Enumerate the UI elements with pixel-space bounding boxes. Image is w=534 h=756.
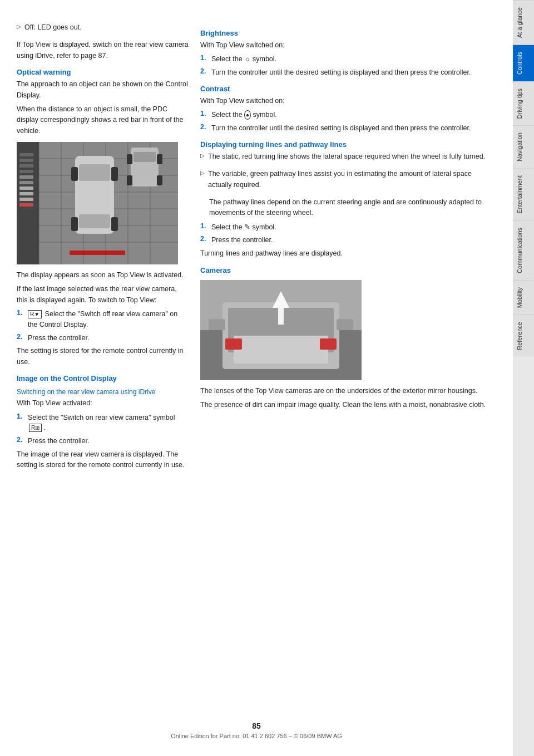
sidebar-tab-mobility[interactable]: Mobility bbox=[513, 280, 534, 315]
optical-para2: When the distance to an object is small,… bbox=[17, 104, 189, 136]
svg-rect-38 bbox=[70, 251, 125, 255]
off-led-text: Off: LED goes out. bbox=[24, 22, 82, 33]
svg-rect-24 bbox=[19, 203, 33, 207]
left-column: ▷ Off: LED goes out. If Top View is disp… bbox=[17, 22, 189, 723]
contrast-step2-num: 2. bbox=[200, 123, 208, 131]
step1-num: 1. bbox=[17, 309, 24, 317]
sidebar-tab-communications[interactable]: Communications bbox=[513, 220, 534, 280]
svg-rect-17 bbox=[19, 164, 33, 168]
switch-heading: Switching on the rear view camera using … bbox=[17, 388, 189, 396]
image-caption2: If the last image selected was the rear … bbox=[17, 284, 189, 306]
svg-rect-16 bbox=[19, 159, 33, 162]
switch-step1-num: 1. bbox=[17, 413, 24, 420]
svg-rect-35 bbox=[157, 154, 162, 164]
sidebar-tab-navigation[interactable]: Navigation bbox=[513, 125, 534, 168]
cameras-svg bbox=[200, 280, 362, 380]
svg-rect-28 bbox=[71, 167, 78, 181]
svg-rect-20 bbox=[19, 181, 33, 184]
brightness-intro: With Top View switched on: bbox=[200, 40, 496, 51]
top-view-switch-text: If Top View is displayed, switch on the … bbox=[17, 40, 189, 61]
step1-text: R▼ Select the "Switch off rear view came… bbox=[28, 309, 189, 330]
switch-step2-text: Press the controller. bbox=[28, 436, 89, 446]
sidebar-tab-at-a-glance[interactable]: At a glance bbox=[513, 0, 534, 45]
svg-rect-23 bbox=[19, 198, 33, 201]
sidebar-tab-driving-tips[interactable]: Driving tips bbox=[513, 81, 534, 125]
cameras-para1: The lenses of the Top View cameras are o… bbox=[200, 386, 496, 396]
sidebar-tab-controls[interactable]: Controls bbox=[513, 45, 534, 81]
turning-bullet1: ▷ The static, red turning line shows the… bbox=[200, 151, 496, 165]
bullet-off: ▷ Off: LED goes out. bbox=[17, 22, 189, 36]
turning-bullet2: ▷ The variable, green pathway lines assi… bbox=[200, 169, 496, 194]
cameras-para2: The presence of dirt can impair image qu… bbox=[200, 400, 496, 410]
turning-bullet2-text: The variable, green pathway lines assist… bbox=[208, 169, 496, 190]
optical-warning-heading: Optical warning bbox=[17, 68, 189, 76]
contrast-step1: 1. Select the ● symbol. bbox=[200, 110, 496, 120]
right-column: Brightness With Top View switched on: 1.… bbox=[200, 22, 496, 723]
page-number: 85 bbox=[0, 721, 513, 730]
svg-rect-21 bbox=[19, 186, 33, 190]
svg-rect-27 bbox=[79, 214, 110, 228]
brightness-step1-text: Select the ☼ symbol. bbox=[211, 54, 276, 65]
main-content: ▷ Off: LED goes out. If Top View is disp… bbox=[0, 0, 513, 756]
contrast-step2: 2. Turn the controller until the desired… bbox=[200, 123, 496, 134]
step2-text: Press the controller. bbox=[28, 333, 89, 343]
svg-rect-18 bbox=[19, 170, 33, 173]
brightness-step2-text: Turn the controller until the desired se… bbox=[211, 67, 471, 78]
svg-rect-46 bbox=[320, 338, 337, 350]
turning-step1-num: 1. bbox=[200, 222, 208, 230]
sidebar-tab-reference[interactable]: Reference bbox=[513, 315, 534, 357]
top-view-car-image bbox=[17, 142, 178, 264]
turning-step2: 2. Press the controller. bbox=[200, 235, 496, 246]
sidebar: At a glance Controls Driving tips Naviga… bbox=[513, 0, 534, 756]
with-top-view: With Top View activated: bbox=[17, 398, 189, 409]
brightness-heading: Brightness bbox=[200, 29, 496, 37]
image-heading: Image on the Control Display bbox=[17, 374, 189, 382]
switch-step1-item: 1. Select the "Switch on rear view camer… bbox=[17, 413, 189, 434]
step1-icon: R▼ bbox=[28, 310, 42, 318]
footer-text: Online Edition for Part no. 01 41 2 602 … bbox=[171, 733, 342, 739]
step1-item: 1. R▼ Select the "Switch off rear view c… bbox=[17, 309, 189, 330]
cameras-heading: Cameras bbox=[200, 266, 496, 274]
switch-symbol-icon: R⊞ bbox=[29, 424, 42, 432]
contrast-step2-text: Turn the controller until the desired se… bbox=[211, 123, 471, 134]
contrast-step1-text: Select the ● symbol. bbox=[211, 110, 277, 120]
switch-step2-item: 2. Press the controller. bbox=[17, 436, 189, 446]
turning-step2-text: Press the controller. bbox=[211, 235, 273, 246]
contrast-intro: With Top View switched on: bbox=[200, 96, 496, 106]
svg-rect-45 bbox=[225, 338, 242, 350]
turning-step1-text: Select the ✎ symbol. bbox=[211, 222, 276, 233]
cameras-image bbox=[200, 280, 362, 380]
step2-item: 2. Press the controller. bbox=[17, 333, 189, 343]
svg-rect-34 bbox=[127, 154, 132, 164]
svg-rect-36 bbox=[127, 175, 132, 185]
brightness-step2: 2. Turn the controller until the desired… bbox=[200, 67, 496, 78]
svg-rect-49 bbox=[337, 319, 353, 330]
page-container: ▷ Off: LED goes out. If Top View is disp… bbox=[0, 0, 534, 756]
turning-heading: Displaying turning lines and pathway lin… bbox=[200, 140, 496, 149]
page-footer: 85 Online Edition for Part no. 01 41 2 6… bbox=[0, 721, 513, 739]
bullet-arrow-2-icon: ▷ bbox=[200, 170, 205, 176]
svg-rect-19 bbox=[19, 175, 33, 179]
svg-rect-22 bbox=[19, 192, 33, 195]
image-para1: The image of the rear view camera is dis… bbox=[17, 449, 189, 471]
turning-note: Turning lines and pathway lines are disp… bbox=[200, 248, 496, 259]
svg-rect-30 bbox=[71, 217, 78, 231]
svg-rect-33 bbox=[134, 152, 156, 162]
contrast-heading: Contrast bbox=[200, 85, 496, 93]
contrast-step1-num: 1. bbox=[200, 110, 208, 117]
bullet-arrow-1-icon: ▷ bbox=[200, 153, 205, 159]
svg-rect-44 bbox=[234, 336, 328, 364]
car-top-view-svg bbox=[17, 142, 178, 264]
brightness-step1-num: 1. bbox=[200, 54, 208, 62]
image-caption1: The display appears as soon as Top View … bbox=[17, 270, 189, 281]
switch-step2-num: 2. bbox=[17, 436, 24, 444]
turning-bullet1-text: The static, red turning line shows the l… bbox=[208, 151, 485, 162]
brightness-step2-num: 2. bbox=[200, 67, 208, 75]
svg-rect-29 bbox=[111, 167, 118, 181]
step2-num: 2. bbox=[17, 333, 24, 341]
bullet-arrow-icon: ▷ bbox=[17, 23, 21, 30]
svg-rect-15 bbox=[19, 153, 33, 156]
switch-step1-text: Select the "Switch on rear view camera" … bbox=[28, 413, 189, 434]
sidebar-tab-entertainment[interactable]: Entertainment bbox=[513, 168, 534, 220]
svg-rect-26 bbox=[79, 164, 110, 181]
